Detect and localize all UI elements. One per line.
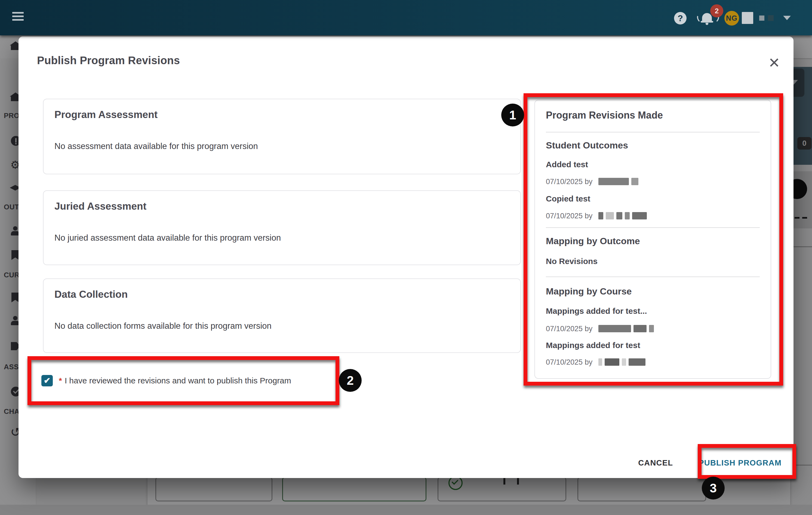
juried-assessment-card: Juried Assessment No juried assessment d… <box>43 190 521 265</box>
revision-entry-label: Mappings added for test <box>546 341 760 350</box>
dialog-title: Publish Program Revisions <box>37 54 180 67</box>
cancel-button[interactable]: CANCEL <box>633 456 678 470</box>
menu-icon[interactable] <box>12 12 24 23</box>
date-text: 07/10/2025 by <box>546 325 592 333</box>
data-collection-card: Data Collection No data collection forms… <box>43 278 521 353</box>
redacted-user-name <box>599 325 656 333</box>
user-avatar[interactable]: NG <box>724 11 739 26</box>
annotation-step-badge-2: 2 <box>339 369 361 392</box>
card-title: Data Collection <box>54 288 510 301</box>
date-text: 07/10/2025 by <box>546 358 592 366</box>
dialog-footer: CANCEL PUBLISH PROGRAM <box>633 455 786 471</box>
card-title: Juried Assessment <box>54 200 510 213</box>
no-revisions-text: No Revisions <box>546 257 760 266</box>
program-assessment-card: Program Assessment No assessment data av… <box>43 99 521 174</box>
revision-entry-date: 07/10/2025 by <box>546 325 760 333</box>
annotation-step-badge-1: 1 <box>501 103 524 126</box>
section-heading: Mapping by Outcome <box>546 236 760 246</box>
program-revisions-made-panel: Program Revisions Made Student Outcomes … <box>534 100 771 379</box>
divider <box>546 276 760 277</box>
org-name-redacted <box>768 15 774 21</box>
date-text: 07/10/2025 by <box>546 178 592 186</box>
revision-entry-date: 07/10/2025 by <box>546 212 760 220</box>
annotation-step-badge-3: 3 <box>702 477 725 499</box>
divider <box>546 227 760 228</box>
notification-count-badge: 2 <box>710 4 723 18</box>
confirm-checkbox-row: ✔ *I have reviewed the revisions and wan… <box>41 373 291 388</box>
account-chevron-down-icon[interactable] <box>783 16 791 20</box>
confirm-checkbox-label: *I have reviewed the revisions and want … <box>59 376 291 385</box>
confirm-checkbox[interactable]: ✔ <box>41 375 53 386</box>
org-name-redacted <box>759 16 764 21</box>
panel-title: Program Revisions Made <box>546 110 760 121</box>
help-icon[interactable]: ? <box>674 12 687 25</box>
org-logo <box>742 12 753 24</box>
section-heading: Student Outcomes <box>546 140 760 151</box>
divider <box>546 132 760 132</box>
revision-entry-label: Mappings added for test... <box>546 306 760 316</box>
card-empty-text: No data collection forms available for t… <box>54 321 510 331</box>
publish-program-button[interactable]: PUBLISH PROGRAM <box>694 456 786 470</box>
card-title: Program Assessment <box>54 109 510 121</box>
publish-program-revisions-dialog: Publish Program Revisions ✕ Program Asse… <box>19 36 793 478</box>
card-empty-text: No assessment data available for this pr… <box>54 141 510 151</box>
redacted-user-name <box>599 212 649 220</box>
app-root: PRO ⚙ OUT CUR ASS CHA ↺ 0 <box>0 0 812 515</box>
top-app-bar: ? 2 NG <box>0 0 812 35</box>
required-asterisk: * <box>59 376 62 385</box>
date-text: 07/10/2025 by <box>546 212 592 220</box>
notifications-bell-icon[interactable] <box>702 13 712 22</box>
card-empty-text: No juried assessment data available for … <box>54 233 510 243</box>
redacted-user-name <box>599 178 641 186</box>
section-heading: Mapping by Course <box>546 286 760 297</box>
revision-entry-label: Added test <box>546 160 760 169</box>
close-icon[interactable]: ✕ <box>762 51 786 75</box>
revision-entry-date: 07/10/2025 by <box>546 358 760 367</box>
revision-entry-label: Copied test <box>546 194 760 203</box>
revision-entry-date: 07/10/2025 by <box>546 178 760 186</box>
checkbox-label-text: I have reviewed the revisions and want t… <box>65 376 291 385</box>
redacted-user-name <box>599 358 648 366</box>
